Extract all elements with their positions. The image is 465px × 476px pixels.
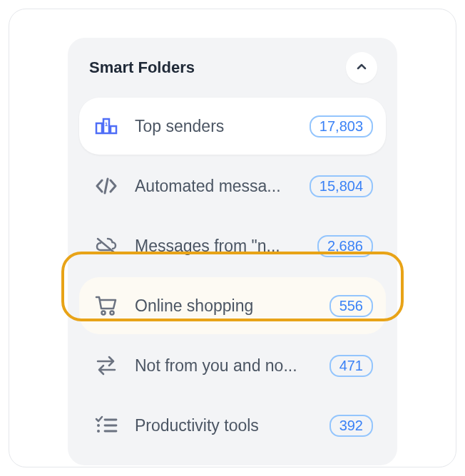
- folder-count-badge: 556: [329, 295, 373, 317]
- cloud-off-icon: [92, 232, 121, 260]
- folder-label: Online shopping: [135, 296, 315, 316]
- shopping-cart-icon: [92, 291, 121, 320]
- folder-item-not-from-you[interactable]: Not from you and no... 471: [79, 337, 386, 394]
- folder-item-online-shopping[interactable]: Online shopping 556: [79, 277, 386, 334]
- smart-folders-container: Smart Folders 1: [9, 9, 456, 467]
- svg-point-9: [97, 430, 100, 433]
- svg-rect-2: [111, 126, 116, 133]
- folder-item-noreply[interactable]: Messages from "n... 2,686: [79, 217, 386, 274]
- collapse-button[interactable]: [346, 52, 377, 83]
- folder-list: 1 Top senders 17,803 Automated messa... …: [79, 98, 386, 454]
- folder-label: Productivity tools: [135, 416, 315, 435]
- arrows-exchange-icon: [92, 351, 121, 380]
- folder-count-badge: 2,686: [317, 235, 373, 257]
- folder-label: Top senders: [135, 117, 295, 136]
- svg-point-5: [111, 311, 114, 315]
- checklist-icon: [92, 411, 121, 440]
- folder-count-badge: 17,803: [310, 115, 373, 138]
- folder-item-productivity-tools[interactable]: Productivity tools 392: [79, 397, 386, 454]
- svg-point-7: [97, 424, 100, 427]
- svg-text:1: 1: [105, 121, 108, 128]
- code-icon: [92, 172, 121, 200]
- folder-label: Automated messa...: [135, 177, 295, 196]
- smart-folders-panel: Smart Folders 1: [68, 38, 397, 465]
- chevron-up-icon: [354, 60, 369, 76]
- bar-chart-icon: 1: [92, 112, 121, 140]
- folder-item-automated-messages[interactable]: Automated messa... 15,804: [79, 157, 386, 214]
- folder-item-top-senders[interactable]: 1 Top senders 17,803: [79, 98, 386, 155]
- svg-point-4: [102, 311, 106, 315]
- folder-count-badge: 392: [329, 415, 373, 437]
- folder-count-badge: 15,804: [310, 175, 373, 197]
- svg-rect-0: [96, 123, 102, 133]
- panel-header: Smart Folders: [79, 52, 386, 98]
- folder-label: Not from you and no...: [135, 356, 315, 376]
- panel-title: Smart Folders: [89, 58, 195, 77]
- folder-label: Messages from "n...: [135, 237, 303, 256]
- folder-count-badge: 471: [329, 355, 373, 377]
